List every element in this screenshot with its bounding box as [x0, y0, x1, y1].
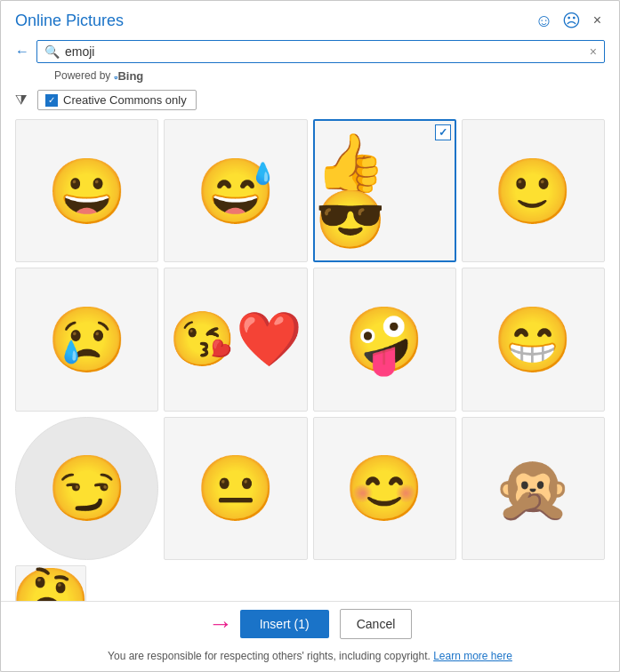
grid-item-8[interactable]: 😁	[462, 268, 605, 411]
grid-item-5[interactable]: 😢	[15, 268, 158, 411]
powered-by-label: Powered by	[54, 69, 110, 82]
arrow-indicator: →	[208, 610, 229, 638]
insert-button[interactable]: Insert (1)	[240, 610, 329, 638]
grid-item-11[interactable]: 😊	[313, 417, 456, 560]
cc-checkmark: ✓	[48, 96, 55, 105]
emoji-12: 🙊	[493, 456, 573, 520]
grid-item-10[interactable]: 😐	[164, 417, 307, 560]
dialog: Online Pictures ☺ ☹ × ← 🔍 × Powered by 𝅒…	[0, 0, 620, 672]
creative-commons-filter[interactable]: ✓ Creative Commons only	[37, 90, 197, 110]
emoji-10: 😐	[196, 456, 276, 520]
grid-item-3[interactable]: 👍😎 ✓	[313, 119, 456, 262]
bottom-bar: → Insert (1) Cancel	[1, 601, 619, 646]
close-button[interactable]: ×	[590, 12, 605, 29]
grid-item-12[interactable]: 🙊	[462, 417, 605, 560]
image-grid-area: 😀 😅 👍😎 ✓ 🙂 😢 😘❤️ 🤪	[1, 116, 619, 601]
emoji-6: 😘❤️	[169, 313, 302, 366]
search-icon: 🔍	[44, 44, 60, 59]
emoji-3: 👍😎	[315, 134, 455, 248]
grid-item-4[interactable]: 🙂	[462, 119, 605, 262]
emoji-13: 🤔	[15, 569, 86, 601]
grid-item-2[interactable]: 😅	[164, 119, 307, 262]
search-clear-button[interactable]: ×	[590, 44, 597, 59]
smiley-icon: ☺	[535, 11, 552, 31]
select-checkmark-3: ✓	[435, 124, 451, 140]
grid-item-13[interactable]: 🤔	[15, 565, 86, 601]
emoji-4: 🙂	[493, 159, 573, 223]
cc-checkbox: ✓	[45, 94, 58, 107]
emoji-8: 😁	[493, 308, 573, 372]
grid-item-6[interactable]: 😘❤️	[164, 268, 307, 411]
emoji-11: 😊	[344, 456, 424, 520]
image-grid: 😀 😅 👍😎 ✓ 🙂 😢 😘❤️ 🤪	[15, 119, 605, 601]
emoji-1: 😀	[47, 159, 127, 223]
bing-name: Bing	[117, 69, 143, 83]
back-button[interactable]: ←	[15, 44, 29, 60]
check-mark-3: ✓	[439, 126, 447, 139]
grid-item-1[interactable]: 😀	[15, 119, 158, 262]
search-input-wrap: 🔍 ×	[36, 40, 605, 63]
emoji-7: 🤪	[344, 308, 424, 372]
emoji-9: 😏	[47, 456, 127, 520]
footer-text: You are responsible for respecting other…	[108, 650, 431, 662]
cc-label: Creative Commons only	[63, 93, 187, 107]
cancel-button[interactable]: Cancel	[340, 609, 413, 639]
learn-more-link[interactable]: Learn more here	[433, 650, 512, 662]
dialog-title: Online Pictures	[15, 12, 124, 30]
grid-item-7[interactable]: 🤪	[313, 268, 456, 411]
arrow-icon: →	[208, 610, 233, 638]
emoji-5: 😢	[47, 308, 127, 372]
title-bar: Online Pictures ☺ ☹ ×	[1, 1, 619, 36]
filter-icon: ⧩	[15, 92, 27, 108]
sad-icon: ☹	[562, 10, 581, 31]
filter-bar: ⧩ ✓ Creative Commons only	[1, 84, 619, 116]
powered-by: Powered by 𝅒 Bing	[1, 67, 619, 84]
footer: You are responsible for respecting other…	[1, 646, 619, 671]
title-icons: ☺ ☹ ×	[535, 10, 605, 31]
search-bar: ← 🔍 ×	[1, 36, 619, 67]
emoji-2: 😅	[196, 159, 276, 223]
search-input[interactable]	[65, 44, 590, 59]
grid-item-9[interactable]: 😏	[15, 417, 158, 560]
